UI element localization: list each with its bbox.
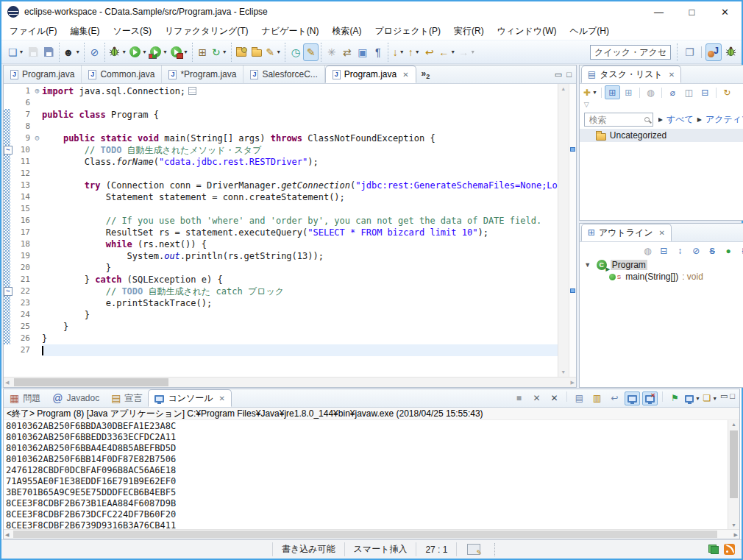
code-token[interactable]: (rs.next()) { — [132, 239, 207, 249]
news-feed-icon[interactable] — [724, 544, 735, 555]
task-list-breadcrumb-chevron[interactable]: ▽ — [580, 101, 743, 110]
code-token[interactable] — [95, 133, 100, 143]
code-token[interactable]: Class. — [42, 157, 116, 167]
import-folder-button[interactable] — [234, 43, 249, 61]
scroll-output-button[interactable] — [625, 391, 640, 405]
hide-local-button[interactable]: L — [737, 244, 743, 258]
word-wrap-button[interactable]: ↩ — [607, 391, 622, 405]
menu-item[interactable]: 実行(R) — [447, 23, 491, 40]
new-task-button[interactable]: ✚▼ — [583, 85, 598, 99]
scroll-up-icon[interactable]: ▲ — [728, 422, 739, 427]
editor-vertical-scrollbar[interactable]: ▲▼ — [558, 84, 569, 377]
show-block-button[interactable]: ▣ — [355, 43, 370, 61]
filter-arrow-icon[interactable]: ▶ — [658, 116, 663, 123]
hide-static-button[interactable]: S — [705, 244, 720, 258]
code-token[interactable]: catch — [95, 274, 121, 285]
code-token[interactable]: .println(rs.getString(13)); — [180, 251, 324, 261]
code-line[interactable]: ↪10 // TODO 自動生成されたメソッド・スタブ — [4, 144, 558, 156]
code-token[interactable]: ); — [307, 157, 318, 167]
focus-button[interactable]: ◍ — [643, 85, 658, 99]
code-text[interactable]: try (Connection conn = DriverManager.get… — [42, 180, 558, 191]
code-line[interactable]: 9⊖ public static void main(String[] args… — [4, 132, 558, 144]
sync-button[interactable]: ↻▼ — [210, 43, 229, 61]
code-token[interactable]: (Connection conn = DriverManager. — [100, 180, 281, 191]
console-line[interactable]: 8010362AB250F6BBA4E4D8B5ABEFBD5D — [6, 443, 728, 454]
code-token[interactable]: ); — [477, 227, 488, 238]
dropdown-arrow-icon[interactable]: ▼ — [415, 49, 420, 54]
code-token[interactable]: // If you use both 'where' and 'order by… — [106, 216, 541, 226]
code-line[interactable]: 23 e.printStackTrace(); — [4, 297, 558, 309]
display-console-button[interactable]: ▼ — [685, 391, 700, 405]
new-wizard-button[interactable]: ❏▼ — [7, 43, 26, 61]
code-token[interactable]: System. — [42, 251, 164, 261]
menu-item[interactable]: ソース(S) — [106, 23, 158, 40]
code-token[interactable]: } — [42, 274, 95, 285]
code-token[interactable]: } — [42, 322, 68, 332]
java-perspective-button[interactable] — [705, 43, 722, 61]
code-token[interactable]: forName — [116, 157, 154, 167]
dropdown-arrow-icon[interactable]: ▼ — [183, 49, 188, 54]
menu-item[interactable]: リファクタリング(T) — [158, 23, 255, 40]
code-line[interactable]: 27 — [4, 344, 558, 356]
skip-breakpoints-button[interactable]: ⊘ — [87, 43, 102, 61]
code-line[interactable]: 17 ResultSet rs = statement.executeQuery… — [4, 227, 558, 238]
debug-button[interactable]: ▼ — [107, 43, 128, 61]
scroll-thumb[interactable] — [14, 378, 168, 386]
code-token[interactable]: "cdata.jdbc.rest.RESTDriver" — [159, 157, 307, 167]
fold-toggle-icon[interactable]: ⊖ — [32, 132, 42, 144]
code-token[interactable] — [42, 180, 85, 191]
code-line[interactable]: 24 } — [4, 309, 558, 321]
dropdown-arrow-icon[interactable]: ▼ — [19, 49, 24, 54]
code-token[interactable] — [42, 133, 63, 143]
code-text[interactable]: } — [42, 333, 558, 344]
code-token[interactable]: ( — [154, 157, 159, 167]
task-tip-button[interactable]: ◷ — [288, 43, 303, 61]
code-text[interactable]: } — [42, 321, 558, 333]
code-line[interactable]: 6 — [4, 97, 558, 109]
dropdown-arrow-icon[interactable]: ▼ — [75, 49, 80, 54]
code-token[interactable]: Program { — [106, 110, 159, 120]
code-line[interactable]: 14 Statement statement = conn.createStat… — [4, 191, 558, 203]
editor-tab[interactable]: J*Program.java — [162, 65, 243, 83]
dropdown-arrow-icon[interactable]: ▼ — [142, 49, 147, 54]
code-token[interactable]: static — [101, 133, 132, 143]
code-text[interactable]: } catch (SQLException e) { — [42, 274, 558, 286]
maximize-button[interactable]: □ — [675, 1, 708, 22]
new-java-project-button[interactable]: ⊞ — [195, 43, 210, 61]
maximize-view-button[interactable]: □ — [566, 70, 572, 79]
task-tree-row[interactable]: Uncategorized — [580, 129, 743, 142]
menu-item[interactable]: 検索(A) — [325, 23, 368, 40]
scroll-left-icon[interactable]: ◀ — [5, 380, 9, 386]
code-text[interactable]: // TODO 自動生成されたメソッド・スタブ — [42, 144, 558, 156]
code-token[interactable]: // — [85, 145, 101, 155]
code-text[interactable]: public static void main(String[] args) t… — [42, 132, 558, 144]
overview-ruler[interactable] — [569, 84, 576, 377]
code-line[interactable]: 8 — [4, 121, 558, 132]
dropdown-arrow-icon[interactable]: ▼ — [276, 49, 281, 54]
sparkle-button[interactable]: ✳ — [324, 43, 339, 61]
mark-occurrences-button[interactable]: ✎ — [303, 43, 319, 61]
collapse-all-button[interactable]: ⊟ — [656, 244, 672, 258]
code-token[interactable]: class — [79, 110, 106, 120]
menu-item[interactable]: ファイル(F) — [3, 23, 63, 40]
code-token[interactable]: 自動生成された catch ブロック — [143, 286, 284, 297]
categorized-button[interactable]: ⊞ — [605, 85, 620, 99]
code-text[interactable]: Class.forName("cdata.jdbc.rest.RESTDrive… — [42, 156, 558, 168]
group-people-button[interactable]: ◫ — [681, 85, 697, 99]
code-text[interactable] — [42, 121, 558, 132]
code-text[interactable]: ResultSet rs = statement.executeQuery("S… — [42, 227, 558, 238]
scroll-thumb[interactable] — [13, 531, 717, 538]
code-text[interactable]: Statement statement = conn.createStateme… — [42, 191, 558, 203]
code-text[interactable]: while (rs.next()) { — [42, 238, 558, 250]
open-console-button[interactable]: ❏▼ — [703, 391, 718, 405]
open-perspective-button[interactable]: ❐ — [682, 43, 697, 61]
code-token[interactable]: java.sql.Connection; — [74, 86, 185, 96]
code-line[interactable]: 25 } — [4, 321, 558, 333]
search-input[interactable] — [588, 114, 644, 126]
code-line[interactable]: 20 } — [4, 262, 558, 274]
menu-item[interactable]: 編集(E) — [63, 23, 106, 40]
code-token[interactable] — [74, 110, 79, 120]
editor-horizontal-scrollbar[interactable]: ◀ ▶ — [4, 377, 576, 387]
editor-tab[interactable]: JSalesforceC... — [243, 65, 324, 83]
scheduled-button[interactable]: ⊞ — [621, 85, 636, 99]
